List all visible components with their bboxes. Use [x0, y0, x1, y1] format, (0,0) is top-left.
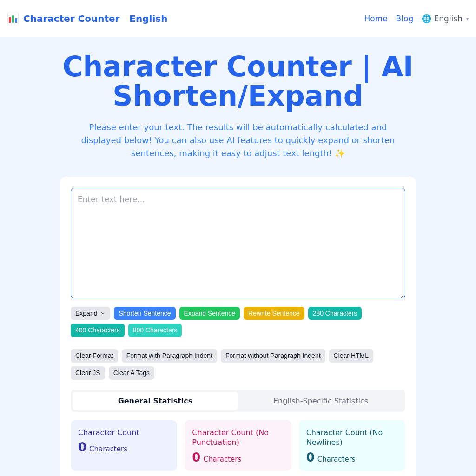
stat-char-no-newline: Character Count (No Newlines) 0Character…	[299, 420, 405, 471]
chevron-down-icon	[100, 311, 106, 316]
rewrite-button[interactable]: Rewrite Sentence	[244, 307, 304, 320]
chars-400-button[interactable]: 400 Characters	[71, 324, 125, 337]
clear-format-button[interactable]: Clear Format	[71, 349, 118, 363]
stats-grid: Character Count 0Characters Character Co…	[71, 420, 405, 476]
clear-js-button[interactable]: Clear JS	[71, 366, 105, 380]
brand-lang: English	[129, 13, 167, 24]
page-subtitle: Please enter your text. The results will…	[75, 121, 401, 160]
stat-label: Character Count	[78, 428, 170, 438]
language-switcher[interactable]: 🌐 English ▾	[422, 14, 469, 23]
page-title: Character Counter | AI Shorten/Expand	[40, 52, 436, 111]
stat-value: 0	[192, 450, 200, 464]
main-card: Expand Shorten Sentence Expand Sentence …	[60, 177, 416, 476]
format-without-indent-button[interactable]: Format without Paragraph Indent	[221, 349, 325, 363]
stat-label: Character Count (No Punctuation)	[192, 428, 284, 448]
hero-section: Character Counter | AI Shorten/Expand Pl…	[0, 37, 476, 476]
brand-name: Character Counter	[23, 13, 119, 24]
brand-logo-icon	[7, 13, 19, 24]
shorten-button[interactable]: Shorten Sentence	[114, 307, 175, 320]
stat-char-count: Character Count 0Characters	[71, 420, 177, 471]
clear-html-button[interactable]: Clear HTML	[329, 349, 373, 363]
expand-dropdown-button[interactable]: Expand	[71, 307, 110, 320]
nav-home-link[interactable]: Home	[364, 14, 387, 23]
text-input[interactable]	[71, 188, 405, 298]
stat-value: 0	[78, 440, 86, 454]
format-button-row: Clear Format Format with Paragraph Inden…	[71, 349, 405, 380]
site-header: Character Counter English Home Blog 🌐 En…	[0, 0, 476, 37]
chars-800-button[interactable]: 800 Characters	[128, 324, 182, 337]
stat-char-no-punct: Character Count (No Punctuation) 0Charac…	[185, 420, 291, 471]
nav-blog-link[interactable]: Blog	[396, 14, 414, 23]
language-label: 🌐 English	[422, 14, 463, 23]
chevron-down-icon: ▾	[466, 16, 469, 21]
clear-a-tags-button[interactable]: Clear A Tags	[109, 366, 154, 380]
chars-280-button[interactable]: 280 Characters	[308, 307, 362, 320]
expand-button[interactable]: Expand Sentence	[179, 307, 240, 320]
stat-value: 0	[306, 450, 315, 464]
stat-unit: Characters	[89, 445, 127, 453]
ai-button-row: Expand Shorten Sentence Expand Sentence …	[71, 307, 405, 337]
tab-general[interactable]: General Statistics	[73, 392, 238, 410]
brand[interactable]: Character Counter English	[7, 13, 167, 24]
stats-tabs: General Statistics English-Specific Stat…	[71, 390, 405, 412]
expand-dropdown-label: Expand	[75, 310, 97, 317]
nav-right: Home Blog 🌐 English ▾	[364, 14, 469, 23]
stat-label: Character Count (No Newlines)	[306, 428, 398, 448]
format-with-indent-button[interactable]: Format with Paragraph Indent	[122, 349, 217, 363]
tab-english[interactable]: English-Specific Statistics	[238, 392, 403, 410]
stat-unit: Characters	[203, 455, 241, 463]
stat-unit: Characters	[317, 455, 356, 463]
